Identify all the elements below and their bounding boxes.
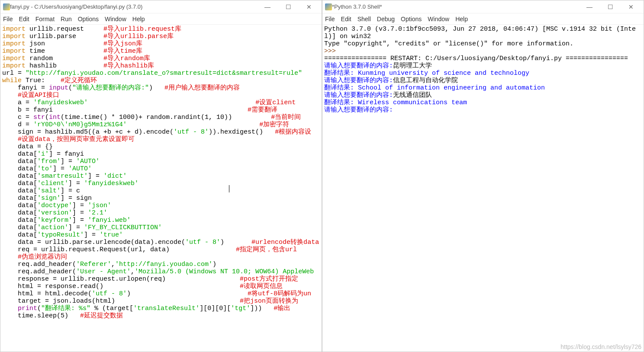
shell-menubar: File Edit Shell Debug Options Window Hel… xyxy=(322,13,644,25)
menu-debug[interactable]: Debug xyxy=(377,16,395,22)
minimize-button[interactable]: — xyxy=(583,3,596,10)
menu-file[interactable]: File xyxy=(325,16,335,22)
editor-titlebar[interactable]: fanyi.py - C:/Users/luosiyang/Desktop/fa… xyxy=(0,0,322,13)
menu-window[interactable]: Window xyxy=(428,16,449,22)
idle-editor-window: fanyi.py - C:/Users/luosiyang/Desktop/fa… xyxy=(0,0,322,352)
user-input-3: 无线通信团队 xyxy=(393,92,432,99)
code-editor[interactable]: import urllib.request #导入urllib.request库… xyxy=(0,25,322,352)
maximize-button[interactable]: ☐ xyxy=(604,3,617,10)
editor-title: fanyi.py - C:/Users/luosiyang/Desktop/fa… xyxy=(10,3,261,10)
text-cursor xyxy=(229,185,229,192)
restart-line: ================ RESTART: C:/Users/luosi… xyxy=(324,55,628,62)
prompt: >>> xyxy=(324,48,336,55)
menu-options[interactable]: Options xyxy=(78,16,99,22)
menu-help[interactable]: Help xyxy=(132,16,145,22)
idle-icon xyxy=(3,3,10,10)
python-shell-window: *Python 3.7.0 Shell* — ☐ ✕ File Edit She… xyxy=(322,0,644,352)
input-prompt-3: 请输入想要翻译的内容: xyxy=(324,92,393,99)
close-button[interactable]: ✕ xyxy=(303,3,316,10)
close-button[interactable]: ✕ xyxy=(625,3,638,10)
menu-run[interactable]: Run xyxy=(61,16,72,22)
output-3: 翻译结果: Wireless communications team xyxy=(324,99,467,106)
shell-title: *Python 3.7.0 Shell* xyxy=(332,3,583,10)
menu-shell[interactable]: Shell xyxy=(357,16,371,22)
menu-help[interactable]: Help xyxy=(455,16,468,22)
idle-icon xyxy=(325,3,332,10)
input-prompt-2: 请输入想要翻译的内容: xyxy=(324,77,393,84)
menu-format[interactable]: Format xyxy=(35,16,55,22)
menu-edit[interactable]: Edit xyxy=(19,16,29,22)
python-banner: Python 3.7.0 (v3.7.0:1bf9cc5093, Jun 27 … xyxy=(324,26,636,40)
output-2: 翻译结果: School of information engineering … xyxy=(324,84,545,92)
menu-file[interactable]: File xyxy=(3,16,13,22)
output-1: 翻译结果: Kunming university of science and … xyxy=(324,70,529,77)
input-prompt-4: 请输入想要翻译的内容: xyxy=(324,106,393,114)
shell-titlebar[interactable]: *Python 3.7.0 Shell* — ☐ ✕ xyxy=(322,0,644,13)
input-prompt-1: 请输入想要翻译的内容: xyxy=(324,62,393,70)
minimize-button[interactable]: — xyxy=(261,3,274,10)
editor-window-controls: — ☐ ✕ xyxy=(261,3,319,10)
user-input-2: 信息工程与自动化学院 xyxy=(393,77,458,84)
shell-window-controls: — ☐ ✕ xyxy=(583,3,641,10)
user-input-1: 昆明理工大学 xyxy=(393,62,432,70)
editor-menubar: File Edit Format Run Options Window Help xyxy=(0,13,322,25)
menu-edit[interactable]: Edit xyxy=(341,16,351,22)
menu-window[interactable]: Window xyxy=(105,16,126,22)
menu-options[interactable]: Options xyxy=(401,16,422,22)
watermark: https://blog.csdn.net/lsylsy726 xyxy=(560,343,641,350)
maximize-button[interactable]: ☐ xyxy=(282,3,295,10)
python-banner-2: Type "copyright", "credits" or "license(… xyxy=(324,40,573,48)
shell-output[interactable]: Python 3.7.0 (v3.7.0:1bf9cc5093, Jun 27 … xyxy=(322,25,644,352)
